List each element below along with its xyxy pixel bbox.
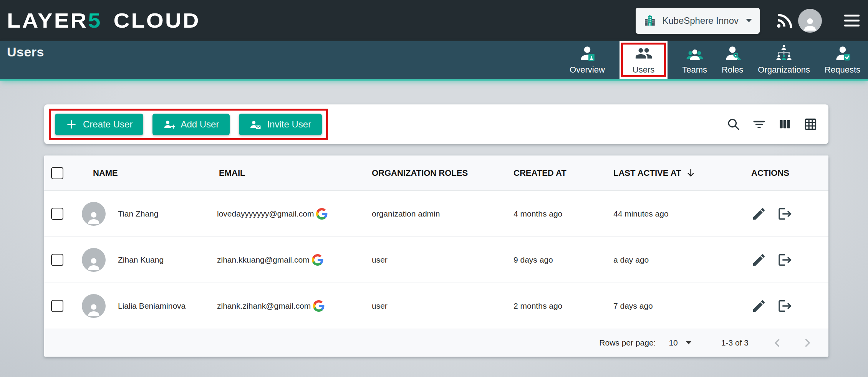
tab-requests[interactable]: Requests — [825, 41, 860, 79]
team-icon — [686, 45, 704, 62]
cell-name: Tian Zhang — [77, 202, 213, 226]
columns-icon[interactable] — [778, 117, 792, 131]
edit-icon[interactable] — [751, 298, 767, 314]
search-icon[interactable] — [726, 117, 740, 131]
tab-organizations[interactable]: Organizations — [758, 41, 810, 79]
menu-icon[interactable] — [844, 15, 860, 26]
header-cell-name: NAME — [77, 168, 213, 178]
row-checkbox[interactable] — [51, 300, 63, 312]
cell-actions — [741, 206, 828, 222]
tab-label: Overview — [570, 65, 605, 75]
person-add-icon — [163, 119, 175, 130]
cell-last-active: 7 days ago — [607, 301, 741, 311]
avatar — [82, 294, 106, 318]
column-header-created-at[interactable]: CREATED AT — [514, 168, 567, 178]
page-title: Users — [7, 45, 44, 79]
create-user-button[interactable]: Create User — [55, 114, 143, 135]
row-checkbox[interactable] — [51, 254, 63, 266]
tab-overview[interactable]: Overview — [570, 41, 605, 79]
rss-icon[interactable] — [775, 12, 793, 30]
invite-user-button[interactable]: Invite User — [239, 114, 322, 135]
cell-org-roles: user — [367, 301, 507, 311]
button-label: Add User — [181, 119, 219, 130]
created-at-value: 4 months ago — [514, 209, 562, 218]
building-icon — [643, 13, 656, 28]
column-header-name[interactable]: NAME — [93, 168, 118, 178]
cell-checkbox — [44, 300, 77, 312]
remove-user-icon[interactable] — [777, 252, 793, 268]
cell-last-active: a day ago — [607, 255, 741, 265]
user-email: zihank.zihank@gmail.com — [217, 301, 311, 311]
cell-checkbox — [44, 254, 77, 266]
next-page-icon[interactable] — [801, 336, 814, 349]
cell-org-roles: user — [367, 255, 507, 265]
annotation-box-user-buttons: Create User Add User Invite User — [49, 109, 328, 140]
tab-roles[interactable]: Roles — [722, 41, 743, 79]
cell-email: lovedayyyyyyy@gmail.com — [213, 208, 367, 220]
last-active-value: 44 minutes ago — [613, 209, 669, 218]
remove-user-icon[interactable] — [777, 298, 793, 314]
cell-name: Lialia Beniaminova — [77, 294, 213, 318]
edit-icon[interactable] — [751, 252, 767, 268]
avatar — [82, 202, 106, 226]
last-active-value: a day ago — [613, 255, 649, 265]
row-checkbox[interactable] — [51, 208, 63, 220]
tab-users[interactable]: Users — [620, 41, 668, 79]
layer5-cloud-logo[interactable]: LAYER5CLOUD — [7, 9, 200, 33]
tab-label: Organizations — [758, 65, 810, 75]
person-mail-icon — [250, 119, 261, 130]
logo-text-five: 5 — [88, 9, 102, 33]
pagination-range: 1-3 of 3 — [721, 338, 749, 347]
filter-icon[interactable] — [752, 117, 766, 131]
cell-created-at: 9 days ago — [507, 255, 607, 265]
header-cell-last-active: LAST ACTIVE AT — [607, 168, 741, 178]
previous-page-icon[interactable] — [771, 336, 784, 349]
user-avatar[interactable] — [798, 9, 822, 33]
grid-view-icon[interactable] — [803, 117, 818, 131]
add-user-button[interactable]: Add User — [152, 114, 230, 135]
cell-email: zihan.kkuang@gmail.com — [213, 254, 367, 266]
select-all-checkbox[interactable] — [51, 167, 63, 179]
plus-icon — [66, 119, 77, 130]
edit-icon[interactable] — [751, 206, 767, 222]
button-label: Create User — [83, 119, 133, 130]
tab-teams[interactable]: Teams — [682, 41, 707, 79]
column-header-email[interactable]: EMAIL — [219, 168, 245, 178]
user-email: lovedayyyyyyy@gmail.com — [217, 209, 314, 218]
header-cell-email: EMAIL — [213, 168, 367, 178]
last-active-value: 7 days ago — [613, 301, 653, 311]
person-check-icon — [834, 45, 851, 62]
person-icon — [86, 210, 101, 226]
person-icon — [86, 256, 101, 272]
person-icon — [802, 17, 818, 33]
nav-tabs: Overview Users Teams Roles — [570, 41, 860, 79]
rows-per-page-value: 10 — [669, 338, 678, 347]
chevron-down-icon — [746, 19, 752, 22]
person-badge-icon — [578, 45, 596, 62]
table-toolbar: Create User Add User Invite User — [44, 104, 828, 144]
table-tool-icons — [726, 117, 818, 131]
cell-org-roles: organization admin — [367, 209, 507, 218]
column-header-last-active[interactable]: LAST ACTIVE AT — [613, 168, 681, 178]
table-row: Tian Zhang lovedayyyyyyy@gmail.com organ… — [44, 191, 828, 237]
people-icon — [635, 45, 653, 62]
org-roles-value: organization admin — [372, 209, 440, 218]
tab-label: Teams — [682, 65, 707, 75]
tab-label: Requests — [825, 65, 860, 75]
person-icon — [86, 303, 101, 318]
remove-user-icon[interactable] — [777, 206, 793, 222]
cell-name: Zihan Kuang — [77, 248, 213, 272]
cell-last-active: 44 minutes ago — [607, 209, 741, 218]
sort-desc-arrow-icon[interactable] — [686, 168, 696, 178]
cell-created-at: 2 months ago — [507, 301, 607, 311]
created-at-value: 2 months ago — [514, 301, 562, 311]
header-cell-checkbox — [44, 167, 77, 179]
org-roles-value: user — [372, 301, 388, 311]
header-actions: KubeSphere Innov — [636, 8, 860, 34]
column-header-org-roles[interactable]: ORGANIZATION ROLES — [372, 168, 468, 178]
logo-text-layer: LAYER — [7, 9, 88, 33]
avatar — [82, 248, 106, 272]
google-icon — [312, 254, 323, 266]
rows-per-page-select[interactable]: 10 — [669, 338, 691, 347]
organization-selector[interactable]: KubeSphere Innov — [636, 8, 760, 34]
